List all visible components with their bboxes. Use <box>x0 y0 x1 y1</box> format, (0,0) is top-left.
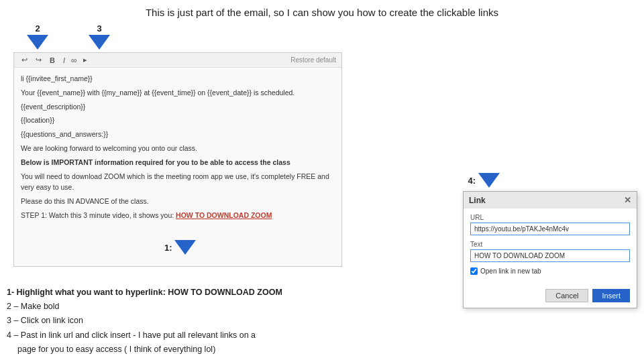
checkbox-label: Open link in new tab <box>480 267 541 275</box>
editor-line6: We are looking forward to welcoming you … <box>21 143 335 154</box>
editor-line4: {{location}} <box>21 115 335 126</box>
editor-content: li {{invitee_first_name}} Your {{event_n… <box>14 68 341 229</box>
main-container: This is just part of the email, so I can… <box>0 0 644 362</box>
toolbar-italic[interactable]: I <box>61 56 67 65</box>
insert-button[interactable]: Insert <box>592 289 630 302</box>
email-editor: ↩ ↪ B I ∞ ▸ Restore default li {{invitee… <box>13 52 342 267</box>
toolbar-link[interactable]: ∞ <box>71 56 77 65</box>
toolbar-undo[interactable]: ↩ <box>19 55 30 65</box>
instruction-3: 3 – Click on link icon <box>7 314 282 328</box>
toolbar-bold[interactable]: B <box>48 56 57 65</box>
arrow-down-2 <box>27 35 48 50</box>
editor-line5: {{questions_and_answers:}} <box>21 129 335 140</box>
text-input[interactable] <box>470 249 630 262</box>
cancel-button[interactable]: Cancel <box>545 289 588 302</box>
link-dialog-footer: Cancel Insert <box>464 286 637 308</box>
close-icon[interactable]: ✕ <box>624 195 631 205</box>
arrow-down-4 <box>478 173 500 188</box>
arrow-down-3 <box>89 35 110 50</box>
instruction-1: 1- Highlight what you want to hyperlink:… <box>7 286 282 300</box>
arrow-4-container: 4: <box>468 173 500 188</box>
instruction-4: 4 – Past in link url and click insert - … <box>7 328 282 343</box>
toolbar-redo[interactable]: ↪ <box>34 55 44 65</box>
instructions: 1- Highlight what you want to hyperlink:… <box>7 286 282 357</box>
arrow-down-1 <box>174 240 196 255</box>
toolbar-more[interactable]: ▸ <box>81 55 89 65</box>
link-dialog-title: Link <box>469 196 486 205</box>
arrow-3: 3 <box>89 23 110 50</box>
link-dialog: Link ✕ URL Text Open link in new tab Can… <box>463 191 637 308</box>
editor-line7: Below is IMPORTANT information required … <box>21 157 335 168</box>
editor-line1: li {{invitee_first_name}} <box>21 73 335 84</box>
editor-line3: {{event_description}} <box>21 101 335 113</box>
arrow-1-container: 1: <box>164 240 196 255</box>
checkbox-row: Open link in new tab <box>470 267 630 275</box>
editor-toolbar: ↩ ↪ B I ∞ ▸ Restore default <box>14 53 341 68</box>
text-label: Text <box>470 241 630 248</box>
editor-line9: Please do this IN ADVANCE of the class. <box>21 196 335 207</box>
instruction-5: page for you to easy access ( I think of… <box>17 343 282 357</box>
restore-default[interactable]: Restore default <box>290 56 336 64</box>
link-dialog-body: URL Text Open link in new tab <box>464 208 637 286</box>
page-title: This is just part of the email, so I can… <box>13 7 631 18</box>
instruction-2: 2 – Make bold <box>7 300 282 314</box>
arrow-2: 2 <box>27 23 48 50</box>
arrows-row: 2 3 <box>27 23 631 50</box>
link-dialog-header: Link ✕ <box>464 192 637 208</box>
editor-line7-bold: Below is IMPORTANT information required … <box>21 158 290 166</box>
instruction-1-text: 1- Highlight what you want to hyperlink:… <box>7 288 282 297</box>
editor-link-text[interactable]: HOW TO DOWNLOAD ZOOM <box>176 211 272 219</box>
editor-line8: You will need to download ZOOM which is … <box>21 171 335 194</box>
url-label: URL <box>470 214 630 221</box>
editor-line10: STEP 1: Watch this 3 minute video, it sh… <box>21 210 335 221</box>
open-new-tab-checkbox[interactable] <box>470 267 478 275</box>
editor-line2: Your {{event_name}} with {{my_name}} at … <box>21 87 335 99</box>
url-input[interactable] <box>470 223 630 235</box>
